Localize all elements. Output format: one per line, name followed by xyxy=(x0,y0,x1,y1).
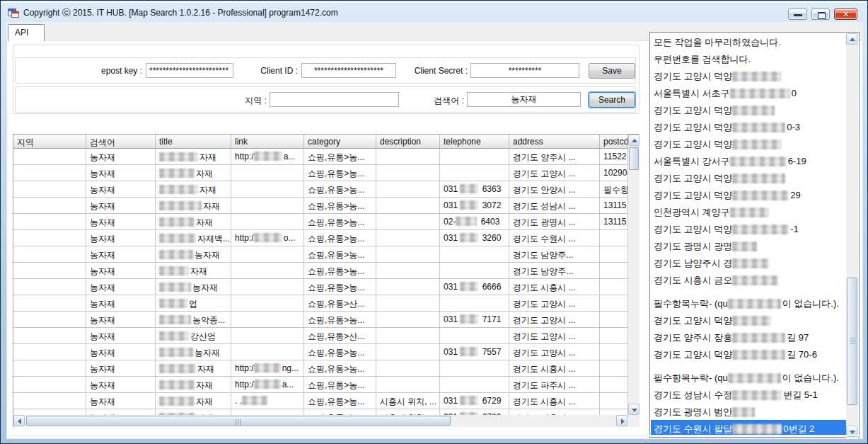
table-row[interactable]: 농자재농자재쇼핑,유통>농...031 7557경기도 고양시 ... xyxy=(13,344,628,360)
grid-cell: 경기도 고양시 ... xyxy=(509,312,600,328)
client-secret-input[interactable] xyxy=(470,63,579,78)
log-item[interactable]: 서울특별시 서초구0 xyxy=(651,84,847,101)
column-header-검색어[interactable]: 검색어 xyxy=(86,135,156,149)
grid-cell: 13115 xyxy=(600,214,628,230)
grid-cell: 쇼핑,유통>산... xyxy=(304,328,376,344)
log-scroll-up-button[interactable] xyxy=(846,33,857,45)
grid-cell: 농자재 xyxy=(86,360,156,377)
results-grid: 지역검색어titlelinkcategorydescriptiontelepho… xyxy=(13,134,640,427)
table-row[interactable]: 농자재강산업쇼핑,유통>산...경기도 고양시 ... xyxy=(13,328,628,344)
log-item[interactable]: 우편번호를 검색합니다. xyxy=(651,50,847,67)
log-item[interactable]: 경기도 고양시 덕양29 xyxy=(651,186,847,203)
grid-vscrollbar[interactable] xyxy=(628,135,640,415)
log-item[interactable]: 경기도 고양시 덕양 xyxy=(651,169,847,186)
table-row[interactable]: 농자재자재http:/a...쇼핑,유통>농...경기도 양주시 ...1152… xyxy=(13,149,628,165)
table-row[interactable]: 농자재농자재쇼핑,유통>농...경기도 남양주... xyxy=(13,246,628,263)
table-row[interactable]: 농자재자재. .쇼핑,유통>농...시흥시 위치, ...031 6729경기도… xyxy=(13,393,628,409)
column-header-description[interactable]: description xyxy=(376,135,440,149)
scroll-up-button[interactable] xyxy=(628,135,640,146)
log-item[interactable]: 필수항목누락- (qu이 없습니다.). xyxy=(651,369,847,386)
title-bar[interactable]: Copyright ⓒ 2015. IT HUB. [Map Search 1.… xyxy=(4,3,864,22)
column-header-category[interactable]: category xyxy=(304,135,376,149)
table-row[interactable]: 농자재자재http:/a...쇼핑,유통>농...경기도 파주시 ... xyxy=(13,377,628,393)
search-button[interactable]: Search xyxy=(589,92,635,108)
scroll-left-button[interactable] xyxy=(13,415,25,426)
grid-cell xyxy=(600,279,628,295)
close-button[interactable]: ✕ xyxy=(834,8,857,20)
grid-cell: 농자재 xyxy=(86,214,156,230)
log-item[interactable]: 경기도 고양시 덕양-1 xyxy=(651,220,847,237)
epost-key-input[interactable] xyxy=(146,63,233,78)
log-item[interactable]: 경기도 광명시 범안 xyxy=(651,403,847,420)
vscroll-thumb[interactable] xyxy=(629,147,639,170)
log-item[interactable]: 경기도 고양시 덕양 xyxy=(651,101,847,118)
save-button[interactable]: Save xyxy=(589,63,635,79)
grid-cell: 시흥시 위치, ... xyxy=(376,409,440,415)
log-item[interactable]: 경기도 남양주시 경 xyxy=(651,254,847,271)
table-row[interactable]: 농자재업쇼핑,유통>산...경기도 고양시 ... xyxy=(13,295,628,312)
table-row[interactable]: 농자재자재쇼핑,유통>농...경기도 고양시 ...10290 xyxy=(13,165,628,181)
region-label: 지역 : xyxy=(224,95,267,107)
log-item[interactable]: 경기도 성남시 수정번길 5-1 xyxy=(651,386,847,403)
table-row[interactable]: 농자재자재쇼핑,유통>농...031 6363경기도 안양시 ...필수항목누락 xyxy=(13,181,628,198)
redacted-blur xyxy=(460,396,478,405)
grid-cell: 농자재 xyxy=(86,409,156,415)
table-row[interactable]: 농자재농자재쇼핑,유통>농...031 6666경기도 시흥시 ... xyxy=(13,279,628,295)
table-row[interactable]: 농자재자재쇼핑,유통>농...031 3072경기도 성남시 ...13115 xyxy=(13,198,628,214)
region-input[interactable] xyxy=(270,92,399,107)
log-item[interactable]: 경기도 고양시 덕양 xyxy=(651,135,847,152)
log-vscroll-thumb[interactable] xyxy=(847,278,857,405)
grid-cell: 031 6729 xyxy=(440,393,509,409)
log-item[interactable]: 경기도 고양시 덕양 xyxy=(651,67,847,84)
table-row[interactable]: 농자재농약종...쇼핑,유통>농...031 7171경기도 고양시 ... xyxy=(13,312,628,328)
hscroll-thumb[interactable] xyxy=(26,416,451,426)
column-header-telephone[interactable]: telephone xyxy=(440,135,509,149)
grid-cell: 경기도 광명시 ... xyxy=(509,214,600,230)
scroll-right-button[interactable] xyxy=(616,415,627,426)
log-item[interactable]: 경기도 시흥시 금오 xyxy=(651,271,847,288)
log-item[interactable]: 모든 작업을 마무리하였습니다. xyxy=(651,33,847,50)
table-row[interactable]: 농자재자재쇼핑,유통>농...경기도 남양주... xyxy=(13,263,628,279)
scroll-down-button[interactable] xyxy=(628,404,640,415)
column-header-link[interactable]: link xyxy=(231,135,304,149)
log-item[interactable]: 경기도 수원시 팔달0번길 2 xyxy=(651,420,847,436)
keyword-input[interactable] xyxy=(467,92,581,107)
log-item[interactable]: 서울특별시 강서구6-19 xyxy=(651,152,847,169)
log-item[interactable]: 필수항목누락- (qu이 없습니다.). xyxy=(651,295,847,312)
grid-cell: 031 6666 xyxy=(440,279,509,295)
redacted-blur xyxy=(159,348,193,357)
grid-cell: 쇼핑,유통>농... xyxy=(304,149,376,165)
grid-cell: 농자재 xyxy=(156,246,231,263)
client-id-input[interactable] xyxy=(301,63,396,78)
table-row[interactable]: 농자재자재백...http:/o...쇼핑,유통>농...031 3260경기도… xyxy=(13,230,628,246)
log-vscrollbar[interactable] xyxy=(846,33,858,438)
grid-cell: 031 7557 xyxy=(440,344,509,360)
column-header-title[interactable]: title xyxy=(156,135,231,149)
maximize-button[interactable] xyxy=(811,8,830,20)
grid-cell: 쇼핑,유통>농... xyxy=(304,198,376,214)
redacted-blur xyxy=(730,207,769,217)
minimize-button[interactable] xyxy=(788,8,807,20)
grid-cell: 농자재 xyxy=(86,295,156,312)
log-item[interactable]: 경기도 고양시 덕양 xyxy=(651,312,847,329)
grid-cell: 농자재 xyxy=(86,165,156,181)
log-item[interactable]: 경기도 광명시 광명 xyxy=(651,237,847,254)
grid-cell: 시흥시 위치, ... xyxy=(376,393,440,409)
table-row[interactable]: 농자재자재쇼핑,유통>농...시흥시 위치, ...031 6729경기도 시흥… xyxy=(13,409,628,415)
grid-cell xyxy=(13,344,86,360)
column-header-지역[interactable]: 지역 xyxy=(13,135,86,149)
grid-cell: 농자재 xyxy=(156,279,231,295)
client-secret-label: Client Secret : xyxy=(393,66,468,76)
tab-api[interactable]: API xyxy=(8,24,45,41)
column-header-postcd[interactable]: postcd xyxy=(600,135,628,149)
table-row[interactable]: 농자재자재쇼핑,유통>농...02- 6403경기도 광명시 ...13115 xyxy=(13,214,628,230)
redacted-blur xyxy=(159,315,191,324)
table-row[interactable]: 농자재자재http:/ng...쇼핑,유통>농...경기도 시흥시 ... xyxy=(13,360,628,377)
grid-cell: 쇼핑,유통>농... xyxy=(304,214,376,230)
log-item[interactable]: 경기도 고양시 덕양0-3 xyxy=(651,118,847,135)
grid-hscrollbar[interactable] xyxy=(13,415,628,427)
column-header-address[interactable]: address xyxy=(509,135,600,149)
log-item[interactable]: 경기도 양주시 장흥길 97 xyxy=(651,329,847,346)
log-item[interactable]: 경기도 고양시 덕양길 70-6 xyxy=(651,346,847,363)
log-item[interactable]: 인천광역시 계양구 xyxy=(651,203,847,220)
